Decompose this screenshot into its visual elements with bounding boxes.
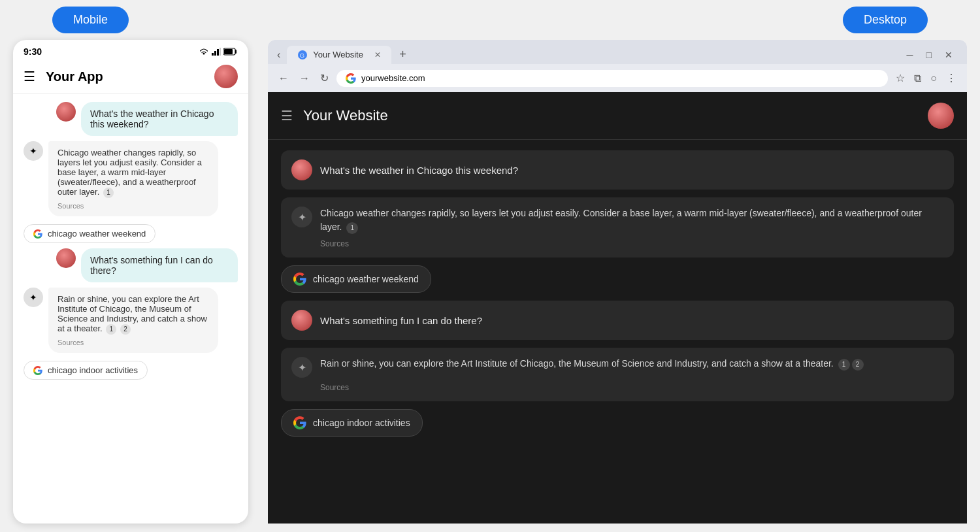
tab-close-button[interactable]: ✕ [374,50,381,59]
desktop-search-text-1: chicago weather weekend [313,274,419,284]
desktop-ai-avatar-2: ✦ [291,357,312,378]
citation-1: 1 [103,188,114,198]
window-controls: ─ □ ✕ [903,48,962,61]
signal-icon [212,48,221,56]
desktop-citation-1: 1 [346,222,358,234]
mobile-user-avatar[interactable] [214,65,238,88]
address-bar[interactable]: yourwebsite.com [336,70,888,87]
tab-title: Your Website [313,50,363,59]
svg-rect-2 [217,49,219,56]
mobile-ai-bubble-1: Chicago weather changes rapidly, so laye… [48,141,218,216]
mobile-ai-avatar-2: ✦ [24,288,43,307]
svg-rect-5 [224,49,233,54]
url-text: yourwebsite.com [361,73,425,83]
close-button[interactable]: ✕ [941,48,956,61]
mobile-user-text-1: What's the weather in Chicago this weeke… [90,108,214,129]
mobile-ai-text-1: Chicago weather changes rapidly, so laye… [57,148,202,197]
mobile-search-text-2: chicago indoor activities [48,365,138,375]
browser-toolbar-icons: ☆ ⧉ ○ ⋮ [893,69,959,87]
browser-back-button[interactable]: ← [276,70,291,87]
desktop-ai-text-1: Chicago weather changes rapidly, so laye… [320,207,943,234]
chrome-menu-icon[interactable]: ⋮ [943,69,959,87]
mobile-panel: 9:30 [13,40,248,524]
browser-content: ☰ Your Website What's the weather in Chi… [268,92,967,524]
mobile-user-bubble-1: What's the weather in Chicago this weeke… [81,102,238,136]
battery-icon [223,48,238,56]
desktop-search-pill-2[interactable]: chicago indoor activities [281,409,423,437]
wifi-icon [199,48,209,56]
desktop-citation-2b: 2 [852,359,864,371]
svg-rect-1 [214,51,216,56]
desktop-search-text-2: chicago indoor activities [313,418,410,428]
site-hamburger-icon[interactable]: ☰ [281,108,293,124]
profile-icon[interactable]: ○ [928,70,939,87]
mobile-ai-bubble-2: Rain or shine, you can explore the Art I… [48,288,218,353]
desktop-user-avatar-1 [291,159,312,180]
desktop-ai-message-2: ✦ Rain or shine, you can explore the Art… [281,348,954,401]
mobile-sources-2: Sources [57,339,209,346]
bookmark-icon[interactable]: ☆ [893,69,907,87]
mobile-user-message-2: What's something fun I can do there? [24,248,238,282]
desktop-citation-2a: 1 [838,359,850,371]
desktop-user-text-2: What's something fun I can do there? [320,315,482,326]
desktop-ai-header-1: ✦ Chicago weather changes rapidly, so la… [291,207,943,234]
browser-address-bar: ← → ↻ yourwebsite.com ☆ ⧉ ○ ⋮ [268,64,967,92]
desktop-sources-1: Sources [320,239,943,248]
mobile-header: ☰ Your App [13,59,248,94]
maximize-button[interactable]: □ [923,48,936,61]
svg-rect-0 [212,53,214,56]
hamburger-icon[interactable]: ☰ [24,69,35,84]
mobile-user-message-1: What's the weather in Chicago this weeke… [24,102,238,136]
desktop-ai-text-2: Rain or shine, you can explore the Art I… [320,357,864,371]
google-logo-desktop-1 [293,273,306,286]
google-logo-desktop-2 [293,416,306,429]
browser-chrome: ‹ G Your Website ✕ + ─ □ ✕ [268,40,967,92]
mobile-chat: What's the weather in Chicago this weeke… [13,94,248,524]
toggle-bar: Mobile Desktop [0,0,980,40]
desktop-ai-avatar-1: ✦ [291,207,312,227]
mobile-toggle-button[interactable]: Mobile [52,7,129,33]
extensions-icon[interactable]: ⧉ [911,70,924,87]
mobile-search-pill-1[interactable]: chicago weather weekend [24,224,155,243]
desktop-sources-2: Sources [320,383,943,392]
user-avatar-sm [56,102,76,122]
desktop-user-message-1: What's the weather in Chicago this weeke… [281,150,954,190]
svg-text:G: G [300,52,304,59]
main-layout: 9:30 [0,40,980,532]
desktop-toggle-button[interactable]: Desktop [843,7,928,33]
desktop-panel: ‹ G Your Website ✕ + ─ □ ✕ [268,40,967,524]
mobile-time: 9:30 [24,46,42,57]
browser-refresh-button[interactable]: ↻ [318,69,331,87]
tab-favicon: G [297,50,308,60]
desktop-user-avatar-2 [291,310,312,331]
mobile-search-text-1: chicago weather weekend [48,229,146,239]
citation-2b: 2 [120,324,131,335]
site-user-avatar[interactable] [928,103,954,129]
mobile-ai-avatar-1: ✦ [24,141,43,161]
mobile-user-text-2: What's something fun I can do there? [90,255,213,276]
google-logo-address [346,73,356,84]
mobile-status-bar: 9:30 [13,40,248,59]
browser-tab-active[interactable]: G Your Website ✕ [287,46,391,64]
browser-tab-bar: ‹ G Your Website ✕ + ─ □ ✕ [268,40,967,64]
user-avatar-sm-2 [56,248,76,268]
mobile-sources-1: Sources [57,202,209,210]
mobile-ai-message-1: ✦ Chicago weather changes rapidly, so la… [24,141,238,216]
desktop-chat: What's the weather in Chicago this weeke… [268,140,967,447]
desktop-user-message-2: What's something fun I can do there? [281,301,954,340]
desktop-ai-header-2: ✦ Rain or shine, you can explore the Art… [291,357,943,378]
desktop-search-pill-1[interactable]: chicago weather weekend [281,265,431,293]
minimize-button[interactable]: ─ [903,48,917,61]
citation-2a: 1 [106,324,116,335]
new-tab-button[interactable]: + [394,45,412,64]
mobile-user-bubble-2: What's something fun I can do there? [81,248,238,282]
mobile-ai-text-2: Rain or shine, you can explore the Art I… [57,294,207,333]
desktop-ai-message-1: ✦ Chicago weather changes rapidly, so la… [281,197,954,258]
mobile-app-title: Your App [46,69,214,84]
desktop-user-text-1: What's the weather in Chicago this weeke… [320,165,518,176]
mobile-status-icons [199,48,238,56]
mobile-search-pill-2[interactable]: chicago indoor activities [24,361,148,380]
browser-forward-button[interactable]: → [297,70,312,87]
tab-back-arrow[interactable]: ‹ [273,46,284,63]
google-logo-1 [33,229,42,239]
